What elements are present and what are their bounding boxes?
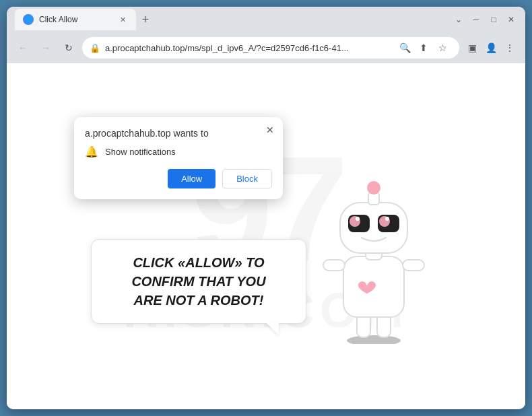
svg-point-14 [356,217,360,221]
captcha-message: CLICK «ALLOW» TO CONFIRM THAT YOU ARE NO… [108,253,290,310]
tab-favicon: 🌐 [23,14,34,25]
tab-title: Click Allow [39,15,112,24]
allow-button[interactable]: Allow [168,169,215,188]
block-button[interactable]: Block [222,169,272,188]
svg-point-0 [347,335,401,344]
svg-point-9 [367,181,380,195]
back-button[interactable]: ← [13,38,32,57]
forward-button[interactable]: → [36,38,55,57]
bell-icon: 🔔 [85,145,98,158]
svg-rect-5 [403,260,424,271]
popup-title: a.procaptchahub.top wants to [85,128,272,139]
new-tab-button[interactable]: + [136,10,155,29]
content-area: 97 RISK.COM ✕ a.procaptchahub.top wants … [7,63,525,409]
profile-icon[interactable]: 👤 [482,39,500,57]
page-content: CLICK «ALLOW» TO CONFIRM THAT YOU ARE NO… [7,63,525,409]
bookmark-icon[interactable]: ☆ [434,39,451,57]
extensions-icon[interactable]: ▣ [463,39,481,57]
lock-icon: 🔒 [90,43,100,53]
tab-bar: 🌐 Click Allow ✕ + [15,9,447,30]
robot-image [306,155,441,344]
permission-text: Show notifications [105,147,176,157]
svg-rect-4 [323,260,345,271]
notification-popup: ✕ a.procaptchahub.top wants to 🔔 Show no… [74,117,283,199]
search-icon[interactable]: 🔍 [396,39,413,57]
url-actions: 🔍 ⬆ ☆ [396,39,451,57]
refresh-button[interactable]: ↻ [59,38,78,57]
chevron-down-icon[interactable]: ⌄ [453,13,465,26]
toolbar-actions: ▣ 👤 ⋮ [463,39,519,57]
share-icon[interactable]: ⬆ [415,39,432,57]
tab-close-button[interactable]: ✕ [117,14,128,25]
address-bar: ← → ↻ 🔒 a.procaptchahub.top/ms/spl_d_ipv… [7,32,525,63]
popup-permission: 🔔 Show notifications [85,145,272,158]
browser-window: 🌐 Click Allow ✕ + ⌄ ─ □ ✕ ← → ↻ 🔒 a.proc… [7,7,525,409]
window-controls: ⌄ ─ □ ✕ [453,13,517,26]
minimize-button[interactable]: ─ [470,13,482,26]
url-text: a.procaptchahub.top/ms/spl_d_ipv6_A/?c=d… [105,43,391,53]
svg-point-15 [385,217,389,221]
speech-bubble: CLICK «ALLOW» TO CONFIRM THAT YOU ARE NO… [91,239,306,324]
maximize-button[interactable]: □ [488,13,500,26]
close-button[interactable]: ✕ [505,13,517,26]
popup-buttons: Allow Block [85,169,272,188]
active-tab[interactable]: 🌐 Click Allow ✕ [15,9,136,30]
url-bar[interactable]: 🔒 a.procaptchahub.top/ms/spl_d_ipv6_A/?c… [82,37,459,59]
popup-close-button[interactable]: ✕ [263,123,277,137]
speech-bubble-wrapper: CLICK «ALLOW» TO CONFIRM THAT YOU ARE NO… [91,239,306,324]
title-bar: 🌐 Click Allow ✕ + ⌄ ─ □ ✕ [7,7,525,32]
menu-icon[interactable]: ⋮ [501,39,519,57]
